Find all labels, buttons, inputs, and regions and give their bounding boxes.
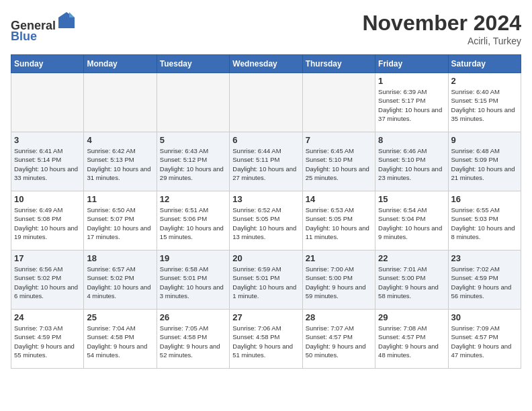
calendar-cell: 17Sunrise: 6:56 AMSunset: 5:02 PMDayligh… [11,250,84,310]
calendar-header-row: SundayMondayTuesdayWednesdayThursdayFrid… [11,55,521,73]
title-block: November 2024 Acirli, Turkey [362,11,521,46]
day-detail: Sunrise: 7:01 AMSunset: 5:00 PMDaylight:… [378,265,445,300]
day-detail: Sunrise: 6:58 AMSunset: 5:01 PMDaylight:… [160,265,226,300]
day-number: 30 [451,312,518,322]
calendar-cell: 8Sunrise: 6:46 AMSunset: 5:10 PMDaylight… [375,132,448,191]
weekday-header: Monday [84,55,157,73]
weekday-header: Wednesday [230,55,302,73]
calendar-week-row: 24Sunrise: 7:03 AMSunset: 4:59 PMDayligh… [11,310,521,369]
calendar-week-row: 1Sunrise: 6:39 AMSunset: 5:17 PMDaylight… [11,73,521,132]
day-number: 11 [87,194,153,204]
day-number: 21 [306,253,372,263]
location: Acirli, Turkey [362,36,521,46]
day-number: 20 [232,253,299,263]
day-detail: Sunrise: 6:57 AMSunset: 5:02 PMDaylight:… [87,265,153,300]
calendar-cell: 6Sunrise: 6:44 AMSunset: 5:11 PMDaylight… [230,132,302,191]
day-detail: Sunrise: 6:46 AMSunset: 5:10 PMDaylight:… [378,146,445,182]
day-detail: Sunrise: 7:03 AMSunset: 4:59 PMDaylight:… [14,324,81,359]
day-number: 25 [87,312,153,322]
day-number: 2 [451,76,518,86]
day-number: 17 [14,253,81,263]
calendar-cell: 21Sunrise: 7:00 AMSunset: 5:00 PMDayligh… [302,250,375,310]
calendar-cell: 1Sunrise: 6:39 AMSunset: 5:17 PMDaylight… [375,73,448,132]
calendar-cell: 4Sunrise: 6:42 AMSunset: 5:13 PMDaylight… [84,132,157,191]
day-number: 16 [451,194,518,204]
page-header: General Blue November 2024 Acirli, Turke… [11,11,521,46]
day-number: 9 [451,135,518,145]
day-detail: Sunrise: 6:49 AMSunset: 5:08 PMDaylight:… [14,205,81,241]
day-number: 1 [378,76,445,86]
day-detail: Sunrise: 6:53 AMSunset: 5:05 PMDaylight:… [306,205,372,241]
calendar-cell: 10Sunrise: 6:49 AMSunset: 5:08 PMDayligh… [11,191,84,250]
day-detail: Sunrise: 6:56 AMSunset: 5:02 PMDaylight:… [14,265,81,300]
calendar-cell: 5Sunrise: 6:43 AMSunset: 5:12 PMDaylight… [157,132,229,191]
calendar-cell: 25Sunrise: 7:04 AMSunset: 4:58 PMDayligh… [84,310,157,369]
weekday-header: Sunday [11,55,84,73]
day-number: 5 [160,135,226,145]
calendar-week-row: 3Sunrise: 6:41 AMSunset: 5:14 PMDaylight… [11,132,521,191]
calendar-table: SundayMondayTuesdayWednesdayThursdayFrid… [11,54,521,369]
day-number: 10 [14,194,81,204]
weekday-header: Thursday [302,55,375,73]
day-detail: Sunrise: 6:54 AMSunset: 5:04 PMDaylight:… [378,205,445,241]
calendar-cell: 24Sunrise: 7:03 AMSunset: 4:59 PMDayligh… [11,310,84,369]
calendar-cell: 27Sunrise: 7:06 AMSunset: 4:58 PMDayligh… [230,310,302,369]
calendar-cell [157,73,229,132]
day-detail: Sunrise: 7:06 AMSunset: 4:58 PMDaylight:… [232,324,299,359]
calendar-cell: 12Sunrise: 6:51 AMSunset: 5:06 PMDayligh… [157,191,229,250]
calendar-cell: 23Sunrise: 7:02 AMSunset: 4:59 PMDayligh… [448,250,521,310]
day-number: 19 [160,253,226,263]
weekday-header: Tuesday [157,55,229,73]
day-detail: Sunrise: 6:51 AMSunset: 5:06 PMDaylight:… [160,205,226,241]
day-detail: Sunrise: 6:39 AMSunset: 5:17 PMDaylight:… [378,87,445,123]
calendar-cell: 20Sunrise: 6:59 AMSunset: 5:01 PMDayligh… [230,250,302,310]
logo-blue-text: Blue [11,30,37,43]
day-detail: Sunrise: 6:45 AMSunset: 5:10 PMDaylight:… [306,146,372,182]
calendar-cell: 26Sunrise: 7:05 AMSunset: 4:58 PMDayligh… [157,310,229,369]
weekday-header: Friday [375,55,448,73]
calendar-cell [11,73,84,132]
day-detail: Sunrise: 6:48 AMSunset: 5:09 PMDaylight:… [451,146,518,182]
day-detail: Sunrise: 7:07 AMSunset: 4:57 PMDaylight:… [306,324,372,359]
day-detail: Sunrise: 6:43 AMSunset: 5:12 PMDaylight:… [160,146,226,182]
day-number: 8 [378,135,445,145]
day-detail: Sunrise: 6:41 AMSunset: 5:14 PMDaylight:… [14,146,81,182]
day-number: 13 [232,194,299,204]
day-detail: Sunrise: 6:42 AMSunset: 5:13 PMDaylight:… [87,146,153,182]
day-number: 3 [14,135,81,145]
day-number: 26 [160,312,226,322]
day-detail: Sunrise: 7:08 AMSunset: 4:57 PMDaylight:… [378,324,445,359]
calendar-cell: 9Sunrise: 6:48 AMSunset: 5:09 PMDaylight… [448,132,521,191]
day-number: 24 [14,312,81,322]
day-number: 12 [160,194,226,204]
day-number: 27 [232,312,299,322]
day-detail: Sunrise: 6:55 AMSunset: 5:03 PMDaylight:… [451,205,518,241]
calendar-week-row: 17Sunrise: 6:56 AMSunset: 5:02 PMDayligh… [11,250,521,310]
logo-icon [57,11,76,30]
calendar-cell: 19Sunrise: 6:58 AMSunset: 5:01 PMDayligh… [157,250,229,310]
calendar-cell [302,73,375,132]
day-detail: Sunrise: 6:52 AMSunset: 5:05 PMDaylight:… [232,205,299,241]
svg-marker-1 [69,12,75,17]
calendar-cell: 29Sunrise: 7:08 AMSunset: 4:57 PMDayligh… [375,310,448,369]
day-detail: Sunrise: 7:04 AMSunset: 4:58 PMDaylight:… [87,324,153,359]
day-number: 18 [87,253,153,263]
day-detail: Sunrise: 7:02 AMSunset: 4:59 PMDaylight:… [451,265,518,300]
day-detail: Sunrise: 7:09 AMSunset: 4:57 PMDaylight:… [451,324,518,359]
day-number: 28 [306,312,372,322]
month-title: November 2024 [362,11,521,36]
calendar-cell: 15Sunrise: 6:54 AMSunset: 5:04 PMDayligh… [375,191,448,250]
day-number: 15 [378,194,445,204]
calendar-cell: 3Sunrise: 6:41 AMSunset: 5:14 PMDaylight… [11,132,84,191]
calendar-cell: 13Sunrise: 6:52 AMSunset: 5:05 PMDayligh… [230,191,302,250]
day-number: 14 [306,194,372,204]
calendar-cell: 16Sunrise: 6:55 AMSunset: 5:03 PMDayligh… [448,191,521,250]
day-detail: Sunrise: 6:59 AMSunset: 5:01 PMDaylight:… [232,265,299,300]
day-number: 29 [378,312,445,322]
calendar-cell: 14Sunrise: 6:53 AMSunset: 5:05 PMDayligh… [302,191,375,250]
day-number: 23 [451,253,518,263]
day-number: 6 [232,135,299,145]
calendar-cell [230,73,302,132]
day-number: 7 [306,135,372,145]
calendar-cell: 11Sunrise: 6:50 AMSunset: 5:07 PMDayligh… [84,191,157,250]
